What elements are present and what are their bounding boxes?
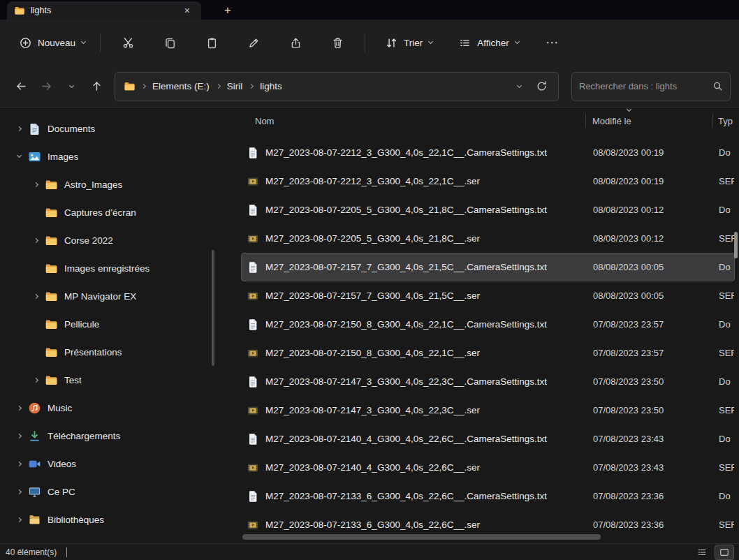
details-view-button[interactable] bbox=[693, 545, 711, 559]
file-row[interactable]: M27_2023-08-07-2212_3_G300_4,0s_22,1C__.… bbox=[241, 138, 735, 167]
chevron-right-icon[interactable] bbox=[11, 462, 27, 466]
sidebar-scrollbar[interactable] bbox=[212, 250, 214, 366]
recent-locations-button[interactable] bbox=[59, 75, 84, 98]
folder-icon bbox=[124, 80, 136, 92]
file-row[interactable]: M27_2023-08-07-2157_7_G300_4,0s_21,5C__.… bbox=[241, 281, 735, 310]
tab-lights[interactable]: lights × bbox=[7, 1, 201, 20]
view-button[interactable]: Afficher bbox=[451, 31, 527, 55]
thumbnails-view-button[interactable] bbox=[715, 545, 733, 559]
share-icon bbox=[290, 37, 302, 49]
sidebar-item-corse-2022[interactable]: Corse 2022 bbox=[0, 226, 217, 254]
file-pane: Nom Modifié le Typ M27_2023-08-07-2212_3… bbox=[241, 108, 739, 543]
file-row[interactable]: M27_2023-08-07-2212_3_G300_4,0s_22,1C__.… bbox=[241, 167, 735, 196]
sidebar-item-elements-e[interactable]: Elements (E:) bbox=[0, 533, 217, 543]
file-type: SER bbox=[713, 348, 734, 358]
breadcrumb-item-siril[interactable]: Siril bbox=[224, 79, 247, 94]
search-box bbox=[571, 72, 731, 101]
file-row[interactable]: M27_2023-08-07-2147_3_G300_4,0s_22,3C__.… bbox=[241, 367, 735, 396]
file-name: M27_2023-08-07-2147_3_G300_4,0s_22,3C__.… bbox=[265, 405, 586, 415]
sort-button[interactable]: Trier bbox=[377, 31, 441, 55]
file-name: M27_2023-08-07-2157_7_G300_4,0s_21,5C__.… bbox=[265, 290, 586, 301]
chevron-right-icon[interactable] bbox=[11, 406, 27, 410]
address-bar[interactable]: Elements (E:) Siril lights bbox=[115, 72, 559, 101]
file-type: Do bbox=[713, 434, 734, 444]
file-type: Do bbox=[713, 262, 734, 272]
sidebar-item-captures-d-cran[interactable]: Captures d’écran bbox=[0, 198, 217, 226]
rename-button[interactable] bbox=[241, 30, 266, 55]
copy-icon bbox=[164, 37, 176, 49]
sidebar-item-test[interactable]: Test bbox=[0, 366, 217, 394]
sidebar-item-biblioth-ques[interactable]: Bibliothèques bbox=[0, 506, 217, 533]
chevron-down-icon bbox=[428, 39, 433, 44]
horizontal-scrollbar[interactable] bbox=[241, 533, 733, 540]
file-row[interactable]: M27_2023-08-07-2140_4_G300_4,0s_22,6C__.… bbox=[241, 425, 735, 453]
main-content: Documents Images Astro_Images Captures d… bbox=[0, 108, 739, 543]
copy-button[interactable] bbox=[157, 30, 182, 55]
chevron-right-icon[interactable] bbox=[28, 295, 43, 298]
file-name: M27_2023-08-07-2133_6_G300_4,0s_22,6C__.… bbox=[265, 520, 586, 530]
file-type: SER bbox=[713, 405, 734, 415]
file-row[interactable]: M27_2023-08-07-2157_7_G300_4,0s_21,5C__.… bbox=[241, 253, 735, 281]
sidebar-item-ce-pc[interactable]: Ce PC bbox=[0, 478, 217, 506]
file-row[interactable]: M27_2023-08-07-2147_3_G300_4,0s_22,3C__.… bbox=[241, 396, 735, 425]
file-row[interactable]: M27_2023-08-07-2150_8_G300_4,0s_22,1C__.… bbox=[241, 339, 735, 367]
sidebar-item-pellicule[interactable]: Pellicule bbox=[0, 310, 217, 338]
sidebar-item-music[interactable]: Music bbox=[0, 394, 217, 422]
delete-button[interactable] bbox=[325, 30, 350, 55]
forward-button[interactable] bbox=[34, 75, 59, 98]
sidebar-item-images-enregistr-es[interactable]: Images enregistrées bbox=[0, 254, 217, 282]
file-row[interactable]: M27_2023-08-07-2133_6_G300_4,0s_22,6C__.… bbox=[241, 482, 735, 510]
vertical-scrollbar-thumb[interactable] bbox=[734, 232, 738, 258]
file-name: M27_2023-08-07-2205_5_G300_4,0s_21,8C__.… bbox=[265, 205, 586, 215]
sidebar-item-documents[interactable]: Documents bbox=[0, 115, 217, 142]
sidebar-item-videos[interactable]: Videos bbox=[0, 450, 217, 478]
column-header-type[interactable]: Typ bbox=[712, 108, 739, 134]
file-modified-date: 08/08/2023 00:12 bbox=[586, 205, 713, 215]
sidebar-item-label: Music bbox=[47, 403, 72, 413]
sidebar-item-pr-sentations[interactable]: Présentations bbox=[0, 338, 217, 366]
sidebar-item-t-l-chargements[interactable]: Téléchargements bbox=[0, 422, 217, 450]
clipboard-icon bbox=[206, 37, 218, 49]
sort-icon bbox=[386, 37, 397, 49]
refresh-button[interactable] bbox=[530, 76, 553, 97]
chevron-right-icon[interactable] bbox=[11, 127, 27, 131]
new-button[interactable]: Nouveau bbox=[11, 31, 94, 55]
file-row[interactable]: M27_2023-08-07-2205_5_G300_4,0s_21,8C__.… bbox=[241, 224, 735, 253]
up-button[interactable] bbox=[84, 75, 109, 98]
sidebar-item-astro-images[interactable]: Astro_Images bbox=[0, 170, 217, 198]
file-name: M27_2023-08-07-2133_6_G300_4,0s_22,6C__.… bbox=[265, 491, 586, 501]
new-tab-button[interactable]: + bbox=[218, 1, 237, 20]
breadcrumb-item-lights[interactable]: lights bbox=[256, 79, 286, 94]
chevron-right-icon[interactable] bbox=[28, 239, 43, 242]
chevron-down-icon[interactable] bbox=[11, 156, 27, 157]
cut-button[interactable] bbox=[115, 30, 140, 55]
chevron-right-icon[interactable] bbox=[28, 183, 43, 186]
column-header-name[interactable]: Nom bbox=[241, 108, 585, 134]
folder-icon bbox=[43, 205, 59, 219]
chevron-right-icon[interactable] bbox=[11, 434, 27, 438]
file-row[interactable]: M27_2023-08-07-2205_5_G300_4,0s_21,8C__.… bbox=[241, 196, 735, 224]
tab-close-icon[interactable]: × bbox=[180, 6, 194, 15]
sidebar-item-label: Bibliothèques bbox=[47, 515, 104, 525]
file-row[interactable]: M27_2023-08-07-2140_4_G300_4,0s_22,6C__.… bbox=[241, 453, 735, 482]
share-button[interactable] bbox=[283, 30, 308, 55]
chevron-right-icon[interactable] bbox=[28, 378, 43, 382]
file-modified-date: 08/08/2023 00:12 bbox=[586, 233, 713, 244]
search-input[interactable] bbox=[579, 81, 712, 91]
ser-file-icon bbox=[247, 462, 259, 474]
paste-button[interactable] bbox=[199, 30, 224, 55]
breadcrumb-item-drive[interactable]: Elements (E:) bbox=[149, 79, 213, 94]
file-modified-date: 07/08/2023 23:57 bbox=[586, 348, 713, 358]
back-button[interactable] bbox=[8, 75, 34, 98]
chevron-right-icon[interactable] bbox=[11, 490, 27, 494]
chevron-right-icon[interactable] bbox=[11, 518, 27, 522]
sidebar-item-label: Pellicule bbox=[64, 319, 99, 330]
column-header-modified[interactable]: Modifié le bbox=[585, 108, 712, 134]
file-row[interactable]: M27_2023-08-07-2150_8_G300_4,0s_22,1C__.… bbox=[241, 310, 735, 339]
address-dropdown-button[interactable] bbox=[508, 76, 530, 97]
horizontal-scrollbar-thumb[interactable] bbox=[242, 534, 601, 540]
folder-icon bbox=[43, 233, 59, 247]
more-options-button[interactable]: ⋯ bbox=[540, 30, 565, 55]
sidebar-item-images[interactable]: Images bbox=[0, 142, 217, 170]
sidebar-item-mp-navigator-ex[interactable]: MP Navigator EX bbox=[0, 282, 217, 310]
